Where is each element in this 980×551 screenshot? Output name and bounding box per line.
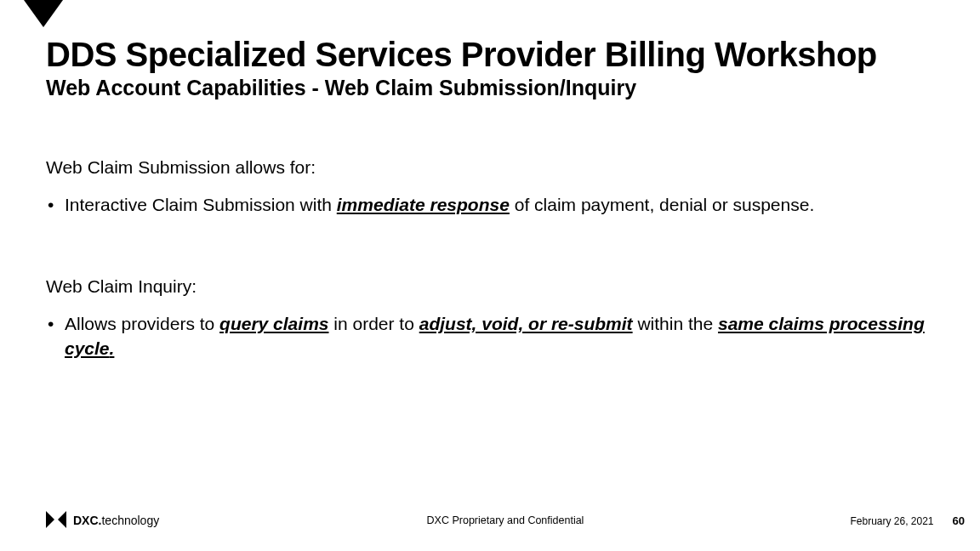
bullet-item: Allows providers to query claims in orde… bbox=[46, 312, 934, 361]
slide-subtitle: Web Account Capabilities - Web Claim Sub… bbox=[46, 76, 963, 100]
bullet-text: Interactive Claim Submission with bbox=[65, 195, 337, 214]
logo-thin: technology bbox=[101, 514, 159, 527]
slide: DDS Specialized Services Provider Billin… bbox=[0, 0, 980, 551]
section1-heading: Web Claim Submission allows for: bbox=[46, 157, 934, 178]
dxc-logo: DXC.technology bbox=[46, 511, 159, 531]
svg-marker-1 bbox=[58, 511, 66, 528]
section2: Web Claim Inquiry: Allows providers to q… bbox=[46, 276, 934, 361]
svg-marker-0 bbox=[46, 511, 54, 528]
accent-triangle-icon bbox=[24, 0, 63, 27]
logo-mark-icon bbox=[46, 511, 66, 531]
bullet-text: Allows providers to bbox=[65, 314, 219, 333]
section1-bullets: Interactive Claim Submission with immedi… bbox=[46, 193, 934, 217]
logo-bold: DXC. bbox=[73, 514, 101, 527]
emphasis-text: adjust, void, or re-submit bbox=[419, 314, 633, 333]
slide-title: DDS Specialized Services Provider Billin… bbox=[46, 36, 963, 74]
slide-body: Web Claim Submission allows for: Interac… bbox=[46, 157, 934, 361]
emphasis-text: . bbox=[110, 338, 115, 358]
footer-right: February 26, 2021 60 bbox=[850, 514, 965, 527]
bullet-text: within the bbox=[633, 314, 718, 333]
footer-date: February 26, 2021 bbox=[850, 515, 933, 527]
bullet-item: Interactive Claim Submission with immedi… bbox=[46, 193, 934, 217]
bullet-text: of claim payment, denial or suspense. bbox=[510, 195, 814, 214]
section2-heading: Web Claim Inquiry: bbox=[46, 276, 934, 297]
emphasis-text: immediate response bbox=[337, 195, 510, 214]
section2-bullets: Allows providers to query claims in orde… bbox=[46, 312, 934, 361]
logo-text: DXC.technology bbox=[73, 514, 159, 527]
emphasis-text: query claims bbox=[219, 314, 328, 333]
footer-confidential: DXC Proprietary and Confidential bbox=[427, 514, 584, 526]
bullet-text: in order to bbox=[328, 314, 419, 333]
slide-header: DDS Specialized Services Provider Billin… bbox=[46, 36, 963, 100]
slide-footer: DXC.technology DXC Proprietary and Confi… bbox=[46, 508, 965, 532]
page-number: 60 bbox=[953, 514, 965, 527]
